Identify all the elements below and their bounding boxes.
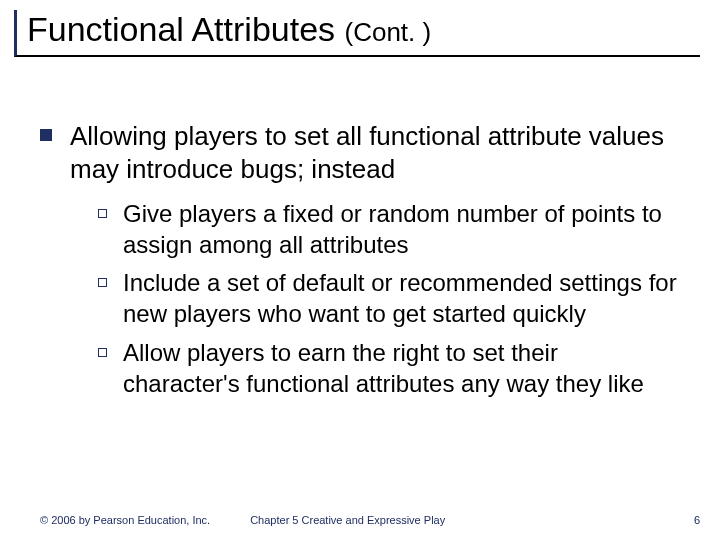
title-cont: (Cont. ) [345,17,432,47]
title-block: Functional Attributes (Cont. ) [14,10,700,57]
footer-page-number: 6 [694,514,700,526]
footer-copyright: © 2006 by Pearson Education, Inc. [40,514,210,526]
list-item: Include a set of default or recommended … [98,268,680,329]
square-bullet-icon [40,129,52,141]
title-main: Functional Attributes [27,10,345,48]
intro-text: Allowing players to set all functional a… [70,120,680,185]
list-item: Give players a fixed or random number of… [98,199,680,260]
hollow-square-icon [98,278,107,287]
subpoint-text: Allow players to earn the right to set t… [123,338,680,399]
slide-body: Allowing players to set all functional a… [40,120,680,407]
subpoints: Give players a fixed or random number of… [98,199,680,399]
slide-title: Functional Attributes (Cont. ) [27,10,431,48]
subpoint-text: Give players a fixed or random number of… [123,199,680,260]
bullet-level1: Allowing players to set all functional a… [40,120,680,185]
list-item: Allow players to earn the right to set t… [98,338,680,399]
hollow-square-icon [98,348,107,357]
slide-footer: © 2006 by Pearson Education, Inc. Chapte… [40,514,700,526]
hollow-square-icon [98,209,107,218]
slide: Functional Attributes (Cont. ) Allowing … [0,0,720,540]
footer-chapter: Chapter 5 Creative and Expressive Play [250,514,694,526]
subpoint-text: Include a set of default or recommended … [123,268,680,329]
